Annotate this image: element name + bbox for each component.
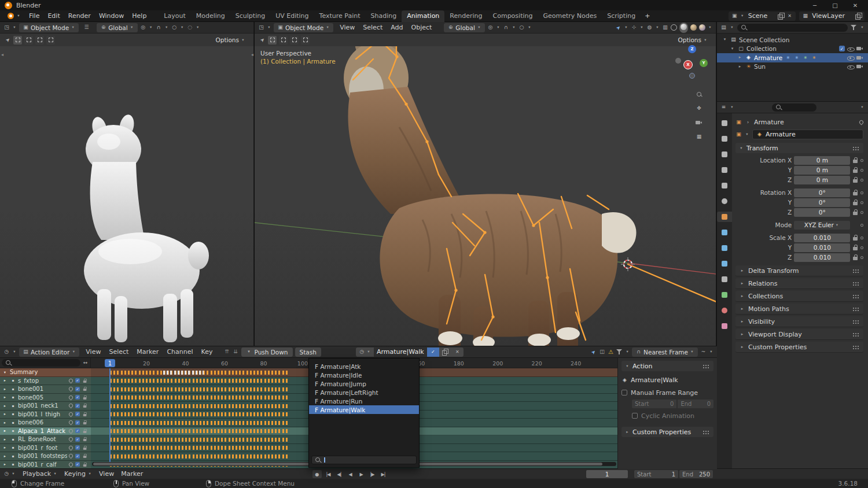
move-down-icon[interactable] <box>233 349 239 356</box>
keyframe-band[interactable] <box>110 404 289 408</box>
editor-type-icon[interactable] <box>720 104 727 111</box>
menu-edit[interactable]: Edit <box>43 11 64 21</box>
zoom-tool-button[interactable] <box>693 88 705 101</box>
object-name-field[interactable]: Armature <box>752 130 863 139</box>
animate-dot[interactable] <box>860 169 863 172</box>
channel-pin-icon[interactable] <box>68 461 74 467</box>
animate-dot[interactable] <box>860 211 863 214</box>
channel-lock-icon[interactable] <box>83 403 87 408</box>
view-layer-selector[interactable]: ViewLayer <box>799 12 865 21</box>
action-id-row[interactable]: Armature|Walk <box>621 375 713 385</box>
outliner-search-input[interactable] <box>737 24 848 32</box>
overlays-icon[interactable] <box>646 24 653 31</box>
channel-pin-icon[interactable] <box>68 378 74 383</box>
panel-collapse-arrow[interactable]: ◂ <box>1 52 3 57</box>
jump-to-end-button[interactable]: ▶| <box>378 470 388 478</box>
channel-bip001_l_thigh[interactable]: bip001_l_thigh <box>0 411 91 419</box>
mode-select[interactable]: Object Mode <box>274 23 333 32</box>
transform-value-field[interactable]: 0 m <box>794 166 850 175</box>
transform-value-field[interactable]: 0.010 <box>794 253 850 262</box>
xray-toggle-icon[interactable] <box>662 24 668 31</box>
channel-pin-icon[interactable] <box>68 437 74 442</box>
outliner-row-armature[interactable]: Armature <box>717 53 868 62</box>
maximize-button[interactable]: □ <box>827 0 843 10</box>
channel-enable-checkbox[interactable] <box>75 404 80 408</box>
channel-enable-checkbox[interactable] <box>75 420 80 425</box>
panel-grip-icon[interactable] <box>852 307 860 311</box>
properties-tab-particles[interactable] <box>717 243 732 253</box>
dope-menu-view[interactable]: View <box>82 347 105 357</box>
pivot-point-icon[interactable] <box>140 24 146 31</box>
close-button[interactable]: ✕ <box>847 0 863 10</box>
scene-selector[interactable]: Scene <box>729 12 796 21</box>
dropdown-item-f-armature-idle[interactable]: F Armature|Idle <box>309 371 419 379</box>
channel-lock-icon[interactable] <box>83 428 87 434</box>
section-viewport-display[interactable]: Viewport Display <box>735 329 863 340</box>
channel-pin-icon[interactable] <box>68 420 74 426</box>
keyframe-band[interactable] <box>110 395 289 400</box>
channel-bone005[interactable]: bone005 <box>0 394 91 402</box>
transform-value-field[interactable]: 0° <box>794 208 850 217</box>
animate-dot[interactable] <box>860 236 863 239</box>
filter-icon[interactable] <box>616 349 623 355</box>
view-menu[interactable]: View <box>99 470 114 478</box>
transform-orientation-select[interactable]: Global <box>97 23 138 32</box>
dope-menu-channel[interactable]: Channel <box>163 347 197 357</box>
properties-search-input[interactable] <box>772 103 816 112</box>
properties-tab-view-layer[interactable] <box>717 165 732 175</box>
section-collections[interactable]: Collections <box>735 291 863 302</box>
visibility-checkbox[interactable] <box>839 46 845 51</box>
dope-menu-key[interactable]: Key <box>197 347 217 357</box>
manual-frame-range-row[interactable]: Manual Frame Range <box>621 387 713 398</box>
orthographic-toggle-button[interactable] <box>693 130 705 143</box>
editor-type-icon[interactable] <box>720 24 727 31</box>
section-delta-transform[interactable]: Delta Transform <box>735 265 863 276</box>
keyframe-band[interactable] <box>110 387 289 391</box>
panel-grip-icon[interactable] <box>852 320 860 324</box>
channel-enable-checkbox[interactable] <box>75 428 80 433</box>
properties-tab-scene[interactable] <box>717 180 732 191</box>
keyframe-band[interactable] <box>110 438 289 442</box>
shading-material-icon[interactable] <box>690 24 697 31</box>
transform-value-field[interactable]: 0 m <box>794 156 850 165</box>
add-workspace-button[interactable]: + <box>641 11 654 21</box>
blender-menu-button[interactable] <box>3 11 25 21</box>
editor-type-icon[interactable] <box>3 24 10 31</box>
axis-minus[interactable] <box>675 58 681 64</box>
action-panel-header[interactable]: Action <box>621 361 713 371</box>
channel-enable-checkbox[interactable] <box>75 445 80 450</box>
animate-dot[interactable] <box>860 201 863 204</box>
keying-menu[interactable]: Keying <box>64 470 92 478</box>
tweak-tool-icon[interactable] <box>3 35 12 45</box>
dropdown-item-f-armature-walk[interactable]: F Armature|Walk <box>309 405 419 414</box>
object-data-icon[interactable] <box>735 131 742 138</box>
current-frame-line[interactable] <box>109 368 111 465</box>
channel-lock-icon[interactable] <box>83 462 87 467</box>
mode-select[interactable]: Object Mode <box>19 23 79 32</box>
selected-keyframe-band[interactable] <box>163 371 204 375</box>
end-frame-field[interactable]: End250 <box>679 470 713 478</box>
keyframe-band[interactable] <box>110 454 289 459</box>
marker-menu[interactable]: Marker <box>121 470 143 478</box>
select-mode-new[interactable] <box>268 36 277 45</box>
push-down-button[interactable]: Push Down <box>241 347 293 357</box>
properties-tab-data[interactable] <box>717 290 732 300</box>
gizmos-icon[interactable] <box>631 24 637 31</box>
snap-magnet-icon[interactable] <box>156 24 162 31</box>
tweak-tool-icon[interactable] <box>258 35 267 45</box>
outliner-row-scene-collection[interactable]: Scene Collection <box>717 35 868 45</box>
workspace-tab-modeling[interactable]: Modeling <box>191 10 230 22</box>
transform-value-field[interactable]: 0° <box>794 188 850 197</box>
axis-z[interactable]: Z <box>688 45 696 53</box>
pin-icon[interactable] <box>859 119 865 125</box>
channel-bip001_neck1[interactable]: bip001_neck1 <box>0 402 91 411</box>
channel-lock-icon[interactable] <box>83 395 87 400</box>
new-scene-icon[interactable] <box>778 13 784 19</box>
panel-grip-icon[interactable] <box>852 332 860 337</box>
panel-grip-icon[interactable] <box>852 282 860 286</box>
snap-magnet-icon[interactable] <box>503 24 509 31</box>
pan-tool-button[interactable] <box>693 102 705 114</box>
animate-dot[interactable] <box>860 246 863 249</box>
channel-lock-icon[interactable] <box>83 386 87 391</box>
viewport-menu-select[interactable]: Select <box>359 23 387 33</box>
